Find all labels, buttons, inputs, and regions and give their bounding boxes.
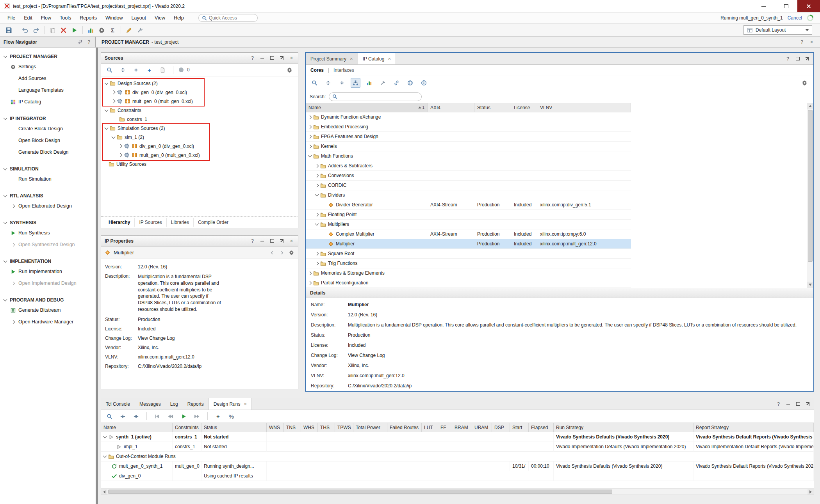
help-icon[interactable]: ? xyxy=(785,56,791,62)
column-header[interactable]: Run Strategy xyxy=(554,423,693,432)
edit-pencil-icon[interactable] xyxy=(124,25,134,35)
step-first-icon[interactable] xyxy=(152,412,162,421)
tab-messages[interactable]: Messages xyxy=(135,398,166,410)
quick-access-box[interactable] xyxy=(198,14,258,22)
expand-caret-icon[interactable] xyxy=(105,81,109,85)
tab-design-runs[interactable]: Design Runs × xyxy=(209,398,252,410)
column-header-license[interactable]: License xyxy=(511,103,537,112)
subtab-interfaces[interactable]: Interfaces xyxy=(333,67,354,73)
catalog-search-box[interactable] xyxy=(329,92,422,101)
taxonomy-view-icon[interactable] xyxy=(364,78,374,88)
expand-caret-icon[interactable] xyxy=(315,261,319,265)
section-title-synthesis[interactable]: SYNTHESIS xyxy=(0,218,96,227)
sidebar-item-ip-catalog[interactable]: IP Catalog xyxy=(0,96,96,108)
catalog-row[interactable]: Floating Point xyxy=(306,210,631,220)
info-icon[interactable] xyxy=(419,78,429,88)
scroll-right-button[interactable] xyxy=(808,489,814,495)
catalog-row[interactable]: Memories & Storage Elements xyxy=(306,268,631,278)
sidebar-item-open-elaborated-design[interactable]: Open Elaborated Design xyxy=(0,200,96,212)
redo-icon[interactable] xyxy=(31,25,41,35)
column-header[interactable]: LUT xyxy=(422,423,438,432)
section-title-implementation[interactable]: IMPLEMENTATION xyxy=(0,257,96,266)
expand-caret-icon[interactable] xyxy=(308,271,312,275)
sidebar-item-add-sources[interactable]: Add Sources xyxy=(0,73,96,84)
tree-row-sim-mult-gen[interactable]: mult_gen_0 (mult_gen_0.xci) xyxy=(101,151,298,160)
expand-caret-icon[interactable] xyxy=(315,174,319,177)
catalog-row[interactable]: Dividers xyxy=(306,190,631,200)
column-header[interactable]: WHS xyxy=(301,423,318,432)
float-panel-icon[interactable] xyxy=(279,55,285,61)
run-row-mult-gen-synth[interactable]: mult_gen_0_synth_1 mult_gen_0 Running sy… xyxy=(101,461,814,471)
expand-caret-icon[interactable] xyxy=(119,144,123,148)
tree-row-design-sources[interactable]: Design Sources (2) xyxy=(101,79,298,88)
minimize-panel-icon[interactable] xyxy=(259,238,265,244)
maximize-panel-icon[interactable] xyxy=(269,238,275,244)
catalog-row-divider-generator[interactable]: Divider Generator AXI4-Stream Production… xyxy=(306,200,631,210)
catalog-row[interactable]: Kernels xyxy=(306,142,631,151)
catalog-row[interactable]: Dynamic Function eXchange xyxy=(306,112,631,122)
subtab-cores[interactable]: Cores xyxy=(310,67,324,73)
back-arrow-icon[interactable] xyxy=(269,250,275,256)
reports-chart-icon[interactable] xyxy=(86,25,96,35)
catalog-row[interactable]: Partial Reconfiguration xyxy=(306,278,631,288)
tree-row-constrs-1[interactable]: constrs_1 xyxy=(101,115,298,124)
expand-caret-icon[interactable] xyxy=(315,164,319,168)
copy-icon[interactable] xyxy=(48,25,57,35)
close-tab-icon[interactable]: × xyxy=(388,56,391,62)
menu-flow[interactable]: Flow xyxy=(37,15,55,21)
sidebar-item-run-synthesis[interactable]: Run Synthesis xyxy=(0,227,96,239)
tree-row-sim-div-gen[interactable]: div_gen_0 (div_gen_0.xci) xyxy=(101,142,298,151)
workspace-help-icon[interactable]: ? xyxy=(799,39,805,45)
run-icon[interactable] xyxy=(179,412,189,421)
view-change-log-link[interactable]: View Change Log xyxy=(138,335,175,341)
sidebar-item-generate-block-design[interactable]: Generate Block Design xyxy=(0,146,96,158)
tree-row-constraints[interactable]: Constraints xyxy=(101,106,298,115)
section-title-project-manager[interactable]: PROJECT MANAGER xyxy=(0,52,96,61)
cancel-run-link[interactable]: Cancel xyxy=(788,15,802,21)
column-header[interactable]: URAM xyxy=(472,423,492,432)
expand-caret-icon[interactable] xyxy=(308,135,312,138)
expand-caret-icon[interactable] xyxy=(119,153,123,157)
settings-gear-icon[interactable] xyxy=(800,78,809,88)
section-title-rtl-analysis[interactable]: RTL ANALYSIS xyxy=(0,192,96,200)
column-header[interactable]: Start xyxy=(510,423,529,432)
save-icon[interactable] xyxy=(4,25,14,35)
column-header[interactable]: Name xyxy=(101,423,173,432)
sidebar-item-create-block-design[interactable]: Create Block Design xyxy=(0,123,96,135)
scrollbar-track[interactable] xyxy=(807,109,813,282)
sidebar-splitter[interactable] xyxy=(96,48,98,504)
scroll-up-button[interactable] xyxy=(807,103,813,109)
run-group-out-of-context[interactable]: Out-of-Context Module Runs xyxy=(101,452,814,461)
run-row-impl-1[interactable]: impl_1 constrs_1 Not started Vivado Impl… xyxy=(101,442,814,452)
tab-libraries[interactable]: Libraries xyxy=(166,218,193,227)
expand-caret-icon[interactable] xyxy=(105,126,109,130)
tab-log[interactable]: Log xyxy=(166,398,183,410)
repository-link-icon[interactable] xyxy=(392,78,401,88)
settings-gear-icon[interactable] xyxy=(285,65,294,75)
menu-reports[interactable]: Reports xyxy=(75,15,101,21)
column-header[interactable]: WNS xyxy=(267,423,284,432)
float-panel-icon[interactable] xyxy=(279,238,285,244)
minimize-panel-icon[interactable] xyxy=(785,401,791,407)
close-button[interactable] xyxy=(797,0,820,12)
expand-caret-icon[interactable] xyxy=(308,154,312,158)
menu-help[interactable]: Help xyxy=(169,15,188,21)
close-tab-icon[interactable]: × xyxy=(350,56,353,62)
catalog-search-input[interactable] xyxy=(340,94,418,99)
run-row-synth-1[interactable]: synth_1 (active) constrs_1 Not started V… xyxy=(101,432,814,442)
expand-caret-icon[interactable] xyxy=(112,135,116,138)
help-icon[interactable]: ? xyxy=(250,55,255,61)
expand-caret-icon[interactable] xyxy=(105,108,109,112)
float-panel-icon[interactable] xyxy=(805,401,811,407)
catalog-row[interactable]: Multipliers xyxy=(306,220,631,229)
expand-caret-icon[interactable] xyxy=(308,281,312,285)
column-header[interactable]: THS xyxy=(318,423,335,432)
column-header[interactable]: FF xyxy=(438,423,452,432)
column-header[interactable]: Elapsed xyxy=(529,423,554,432)
expand-all-icon[interactable] xyxy=(337,78,347,88)
expand-caret-icon[interactable] xyxy=(315,183,319,187)
tab-compile-order[interactable]: Compile Order xyxy=(193,218,233,227)
sidebar-item-generate-bitstream[interactable]: Generate Bitstream xyxy=(0,304,96,316)
expand-caret-icon[interactable] xyxy=(103,435,107,438)
tools-wrench-icon[interactable] xyxy=(135,25,145,35)
